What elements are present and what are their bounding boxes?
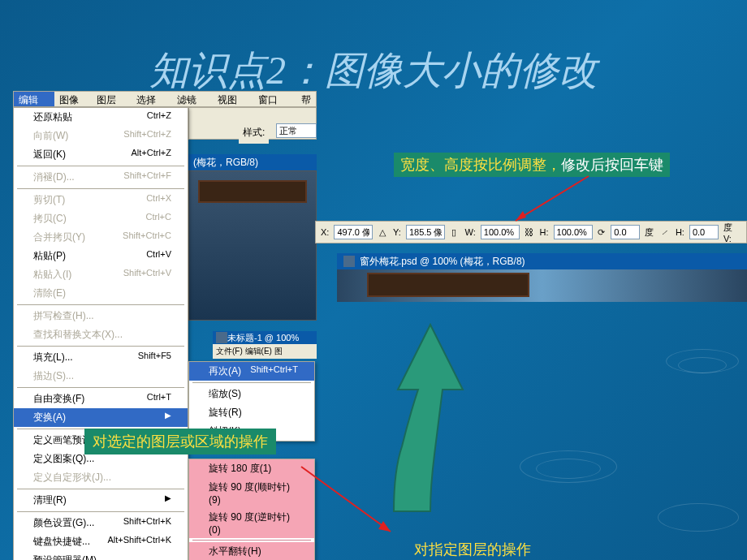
paste-shortcut: Ctrl+V: [146, 249, 171, 263]
separator: [17, 188, 184, 189]
copy-merged-shortcut: Shift+Ctrl+C: [123, 230, 171, 244]
x-label: X:: [319, 227, 330, 237]
submenu-rotate90cw[interactable]: 旋转 90 度(顺时针)(9): [189, 478, 314, 508]
keyboard-label: 键盘快捷键...: [33, 535, 90, 549]
menu-help[interactable]: 帮: [296, 92, 316, 106]
copy-merged-label: 合并拷贝(Y): [33, 230, 85, 244]
menu-keyboard[interactable]: 键盘快捷键... Alt+Shift+Ctrl+K: [14, 532, 188, 551]
edit-menu-dropdown: 还原粘贴 Ctrl+Z 向前(W) Shift+Ctrl+Z 返回(K) Alt…: [13, 107, 188, 560]
separator: [192, 540, 311, 541]
menu-fill[interactable]: 填充(L)... Shift+F5: [14, 348, 188, 367]
menu-image[interactable]: 图像(I): [54, 92, 92, 106]
separator: [17, 346, 184, 347]
spell-label: 拼写检查(H)...: [33, 309, 94, 323]
submenu-rotate180[interactable]: 旋转 180 度(1): [189, 459, 314, 478]
separator: [17, 166, 184, 166]
menu-free-transform[interactable]: 自由变换(F) Ctrl+T: [14, 390, 188, 408]
free-transform-shortcut: Ctrl+T: [147, 392, 171, 406]
menu-cut[interactable]: 剪切(T) Ctrl+X: [14, 191, 188, 209]
divider-icon: ▯: [448, 226, 460, 239]
findreplace-label: 查找和替换文本(X)...: [33, 328, 123, 342]
big-curved-arrow: [386, 308, 516, 519]
menu-fade[interactable]: 消褪(D)... Shift+Ctrl+F: [14, 168, 188, 187]
h2-input[interactable]: [689, 225, 719, 239]
style-dropdown[interactable]: 正常: [276, 123, 317, 138]
menu-select[interactable]: 选择(S): [132, 92, 172, 106]
submenu-arrow-icon: ▶: [165, 493, 171, 507]
define-shape-label: 定义自定形状(J)...: [33, 471, 111, 485]
menu-paste-into[interactable]: 粘贴入(I) Shift+Ctrl+V: [14, 265, 188, 284]
menu-forward[interactable]: 向前(W) Shift+Ctrl+Z: [14, 127, 188, 145]
menu-filter[interactable]: 滤镜(T): [172, 92, 213, 106]
menu-stroke[interactable]: 描边(S)...: [14, 367, 188, 386]
menu-color-settings[interactable]: 颜色设置(G)... Shift+Ctrl+K: [14, 514, 188, 532]
document3-frame: [367, 273, 529, 297]
document1-frame: [198, 180, 307, 203]
w-input[interactable]: [481, 225, 520, 239]
svg-marker-1: [516, 211, 526, 221]
separator: [192, 382, 311, 383]
menu-preset-manager[interactable]: 预设管理器(M)...: [14, 551, 188, 560]
rotate-label: 旋转(R): [209, 406, 242, 420]
paste-label: 粘贴(P): [33, 249, 66, 263]
free-transform-label: 自由变换(F): [33, 392, 84, 406]
angle-input[interactable]: [611, 225, 640, 239]
menu-paste[interactable]: 粘贴(P) Ctrl+V: [14, 247, 188, 265]
purge-label: 清理(R): [33, 493, 67, 507]
h2-label: H:: [674, 227, 686, 237]
red-arrow-to-submenu: [297, 454, 395, 536]
svg-line-0: [516, 176, 589, 221]
menu-purge[interactable]: 清理(R) ▶: [14, 491, 188, 510]
ps-doc-icon: [343, 256, 355, 267]
skew-icon: ⟋: [658, 226, 671, 239]
again-label: 再次(A): [209, 364, 241, 378]
flip-h-label: 水平翻转(H): [209, 545, 261, 558]
svg-marker-3: [378, 521, 391, 532]
h-input[interactable]: [554, 225, 593, 239]
annotation-selected-layer: 对选定的图层或区域的操作: [84, 429, 276, 454]
y-label: Y:: [391, 227, 403, 237]
x-input[interactable]: [334, 225, 373, 239]
separator: [17, 489, 184, 489]
menu-clear[interactable]: 清除(E): [14, 284, 188, 303]
menu-edit[interactable]: 编辑(E): [14, 92, 54, 106]
copy-shortcut: Ctrl+C: [146, 212, 171, 226]
r180-label: 旋转 180 度(1): [209, 462, 271, 476]
keyboard-shortcut: Alt+Shift+Ctrl+K: [107, 535, 171, 549]
h-label: H:: [538, 227, 551, 237]
triangle-icon[interactable]: △: [376, 226, 388, 239]
copy-label: 拷贝(C): [33, 212, 67, 226]
menu-define-shape[interactable]: 定义自定形状(J)...: [14, 468, 188, 487]
submenu-rotate[interactable]: 旋转(R): [189, 403, 314, 422]
submenu-again[interactable]: 再次(A) Shift+Ctrl+T: [189, 362, 314, 381]
paste-into-label: 粘贴入(I): [33, 268, 71, 282]
separator: [17, 387, 184, 388]
document2-menubar: 文件(F) 编辑(E) 图: [213, 344, 317, 359]
v-label: 度 V:: [722, 222, 743, 243]
submenu-rotate90ccw[interactable]: 旋转 90 度(逆时针)(0): [189, 508, 314, 538]
menu-copy[interactable]: 拷贝(C) Ctrl+C: [14, 209, 188, 228]
clear-label: 清除(E): [33, 286, 66, 300]
cut-shortcut: Ctrl+X: [146, 193, 171, 207]
menu-spell[interactable]: 拼写检查(H)...: [14, 307, 188, 325]
menu-view[interactable]: 视图(V): [213, 92, 253, 106]
menu-findreplace[interactable]: 查找和替换文本(X)...: [14, 325, 188, 344]
y-input[interactable]: [406, 225, 445, 239]
link-icon[interactable]: ⛓: [523, 226, 535, 239]
angle-icon: ⟳: [596, 226, 608, 239]
menu-undo-paste[interactable]: 还原粘贴 Ctrl+Z: [14, 108, 188, 127]
menu-copy-merged[interactable]: 合并拷贝(Y) Shift+Ctrl+C: [14, 228, 188, 247]
menu-layer[interactable]: 图层(L): [92, 92, 132, 106]
color-settings-label: 颜色设置(G)...: [33, 516, 94, 530]
submenu-arrow-icon: ▶: [165, 411, 171, 424]
ps-doc-icon: [216, 332, 227, 343]
submenu-scale[interactable]: 缩放(S): [189, 385, 314, 403]
menu-transform[interactable]: 变换(A) ▶: [14, 408, 188, 427]
document1-title: (梅花，RGB/8): [188, 154, 317, 170]
angle-unit: 度: [643, 226, 655, 239]
slide-title: 知识点2：图像大小的修改: [149, 45, 598, 97]
submenu-flip-h[interactable]: 水平翻转(H): [189, 542, 314, 560]
document3-title-text: 窗外梅花.psd @ 100% (梅花，RGB/8): [360, 255, 525, 269]
menu-window[interactable]: 窗口(W): [253, 92, 296, 106]
menu-back[interactable]: 返回(K) Alt+Ctrl+Z: [14, 145, 188, 164]
